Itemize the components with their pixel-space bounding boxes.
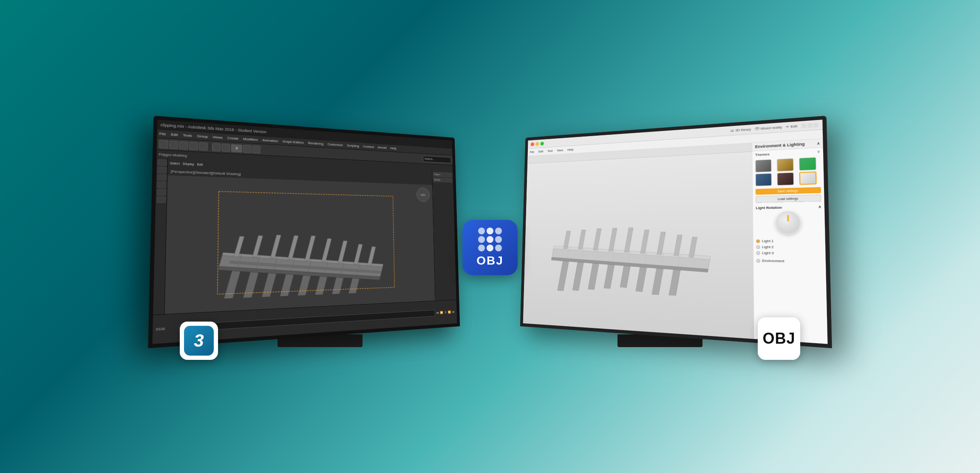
prev-btn[interactable]: ⏪ <box>440 311 443 314</box>
svg-rect-44 <box>624 228 633 252</box>
nav-gizmo[interactable]: NAV <box>416 188 430 202</box>
toolbar-btn-7[interactable] <box>221 143 230 152</box>
load-settings-btn[interactable]: Load settings <box>756 194 821 203</box>
svg-rect-18 <box>367 246 376 266</box>
menu-animation[interactable]: Animation <box>262 138 278 143</box>
light-2-dot <box>756 245 760 249</box>
maximize-btn[interactable] <box>540 142 544 145</box>
pause-btn[interactable]: ⏸ <box>444 311 447 314</box>
panel-btn-4[interactable] <box>157 181 167 188</box>
menu-create[interactable]: Create <box>227 136 238 141</box>
3dsmax-badge: 3 <box>180 322 218 360</box>
menu-graph-editors[interactable]: Graph Editors <box>283 140 304 145</box>
toolbar-btn-1[interactable] <box>159 140 168 148</box>
circle-2 <box>487 228 493 234</box>
theme-studio[interactable] <box>755 159 772 172</box>
svg-rect-41 <box>578 230 586 249</box>
viewer-menu-tools[interactable]: Tool <box>547 149 552 153</box>
svg-rect-30 <box>552 247 710 270</box>
theme-dark[interactable] <box>777 172 794 185</box>
toolbar-btn-4[interactable] <box>189 141 198 150</box>
3dsmax-number: 3 <box>194 331 204 351</box>
svg-rect-56 <box>668 268 681 298</box>
bridge-model-right <box>543 191 728 298</box>
toolbar-btn-10[interactable] <box>252 145 261 153</box>
svg-rect-49 <box>557 259 569 292</box>
obj-badge: OBJ <box>758 317 800 360</box>
panel-btn-5[interactable] <box>157 189 166 196</box>
menu-content[interactable]: Content <box>363 145 374 149</box>
svg-rect-46 <box>657 232 665 255</box>
viewer-ui: 🗂 3D library 🥽 Mixed reality ✏ Edit File… <box>523 120 828 344</box>
panel-btn-6[interactable] <box>157 197 166 203</box>
themes-grid <box>752 155 824 188</box>
end-btn[interactable]: ⏭ <box>452 310 455 313</box>
panel-btn-3[interactable] <box>157 174 167 181</box>
circle-8 <box>487 245 493 251</box>
panel-btn-2[interactable] <box>157 167 167 174</box>
toolbar-btn-2[interactable] <box>169 140 178 149</box>
svg-rect-11 <box>252 236 263 257</box>
viewport-label: [Perspective][Standard][Default Shading] <box>171 169 241 176</box>
toolbar-btn-3[interactable] <box>179 141 188 149</box>
cmd-display[interactable]: Display <box>183 162 194 166</box>
environment-label: Environment <box>762 259 784 263</box>
right-monitor: 🗂 3D library 🥽 Mixed reality ✏ Edit File… <box>507 126 813 347</box>
left-monitor: clipping.mix - Autodesk 3ds Max 2018 - S… <box>167 126 473 347</box>
cmd-select[interactable]: Select <box>170 161 180 165</box>
save-settings-btn[interactable]: Save settings <box>756 187 821 195</box>
viewer-menu-view[interactable]: View <box>557 148 563 152</box>
viewer-menu-help[interactable]: Help <box>567 148 573 151</box>
cmd-edit[interactable]: Edit <box>197 162 203 166</box>
svg-rect-16 <box>338 241 347 263</box>
toolbar-btn-5[interactable] <box>199 142 208 151</box>
toolbar-btn-9[interactable] <box>243 145 252 153</box>
minimize-btn[interactable] <box>535 142 539 145</box>
menu-views[interactable]: Views <box>212 135 223 140</box>
circle-6 <box>495 236 502 243</box>
svg-rect-55 <box>651 266 663 296</box>
light-1-dot <box>756 239 760 243</box>
panel-btn-1[interactable] <box>158 159 167 166</box>
viewer-menu-file[interactable]: File <box>530 150 535 154</box>
viewer-menu-edit[interactable]: Edit <box>538 150 544 154</box>
menu-arnold[interactable]: Arnold <box>378 145 387 150</box>
restore-window[interactable] <box>807 123 813 128</box>
svg-rect-52 <box>604 262 615 289</box>
mixed-reality-btn[interactable]: 🥽 Mixed reality <box>755 125 782 131</box>
close-btn[interactable] <box>531 142 534 146</box>
right-panel-item-1: Object <box>433 172 452 177</box>
menu-edit[interactable]: Edit <box>171 132 178 137</box>
max-main: Select Display Edit [Perspective][Standa… <box>153 158 456 315</box>
svg-rect-24 <box>313 274 328 299</box>
theme-night[interactable] <box>755 173 772 186</box>
viewport-content[interactable]: NAV <box>164 175 435 314</box>
menu-rendering[interactable]: Rendering <box>308 141 323 146</box>
search-input[interactable]: Search... <box>423 156 451 163</box>
minimize-window[interactable] <box>801 123 806 128</box>
menu-group[interactable]: Group <box>197 134 207 139</box>
menu-tools[interactable]: Tools <box>183 133 192 138</box>
svg-rect-19 <box>222 268 241 299</box>
viewer-3d-content[interactable] <box>523 152 754 339</box>
close-window[interactable] <box>813 123 819 127</box>
light-dial[interactable] <box>776 211 801 234</box>
3d-library-btn[interactable]: 🗂 3D library <box>731 127 751 132</box>
svg-rect-54 <box>635 265 647 292</box>
toolbar-btn-8[interactable]: 3 <box>231 144 242 152</box>
edit-btn[interactable]: ✏ Edit <box>786 124 797 129</box>
circle-7 <box>478 245 485 251</box>
menu-scripting[interactable]: Scripting <box>347 143 359 148</box>
theme-white[interactable] <box>799 171 817 185</box>
next-btn[interactable]: ⏩ <box>448 311 451 314</box>
play-btn[interactable]: ⏮ <box>436 311 439 314</box>
menu-modifiers[interactable]: Modifiers <box>243 137 258 142</box>
theme-forest[interactable] <box>799 157 816 171</box>
theme-warm[interactable] <box>777 158 794 171</box>
menu-help[interactable]: Help <box>390 146 397 150</box>
circle-4 <box>478 236 485 243</box>
svg-point-58 <box>543 288 702 298</box>
menu-customize[interactable]: Customize <box>328 142 343 147</box>
menu-file[interactable]: File <box>159 132 166 137</box>
toolbar-btn-6[interactable] <box>212 143 221 151</box>
